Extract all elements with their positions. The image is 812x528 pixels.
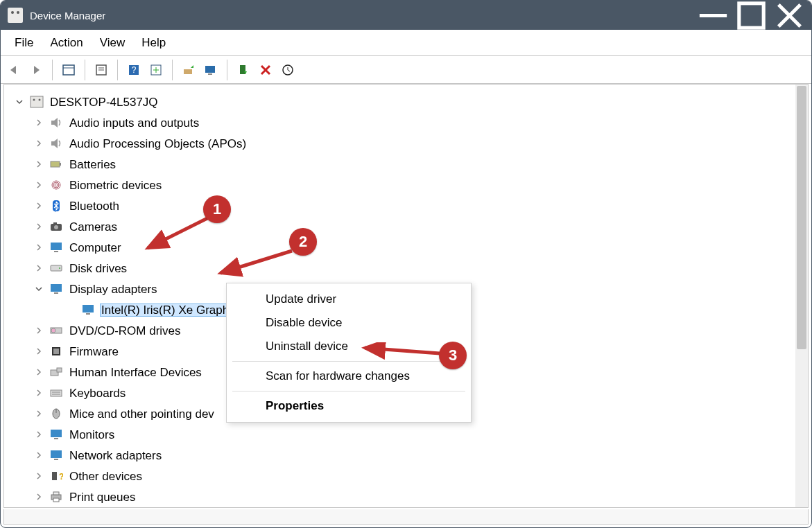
tree-device-label: Intel(R) Iris(R) Xe Graphics: [100, 303, 245, 317]
menu-help[interactable]: Help: [135, 32, 175, 54]
context-disable-device[interactable]: Disable device: [227, 311, 471, 335]
tree-category-label: Disk drives: [68, 262, 128, 275]
tree-category-label: Batteries: [68, 158, 117, 171]
tree-category-label: Monitors: [68, 428, 116, 441]
chevron-right-icon[interactable]: [33, 263, 44, 274]
chevron-right-icon[interactable]: [33, 408, 44, 419]
svg-point-19: [39, 99, 41, 101]
tree-root[interactable]: DESKTOP-4L537JQ: [11, 91, 795, 112]
svg-rect-40: [53, 349, 59, 354]
bluetooth-icon: [49, 199, 64, 213]
chevron-right-icon[interactable]: [33, 179, 44, 191]
chevron-right-icon[interactable]: [33, 346, 44, 357]
svg-text:?: ?: [59, 472, 63, 482]
menubar: File Action View Help: [1, 30, 811, 56]
svg-rect-15: [240, 65, 245, 74]
svg-rect-30: [54, 251, 58, 252]
chevron-down-icon[interactable]: [33, 283, 44, 294]
chevron-right-icon[interactable]: [33, 470, 44, 482]
chevron-right-icon[interactable]: [33, 367, 44, 378]
svg-rect-1: [739, 3, 763, 27]
back-button[interactable]: [3, 60, 24, 80]
context-properties[interactable]: Properties: [227, 394, 471, 418]
tree-category[interactable]: Disk drives: [11, 258, 795, 279]
vertical-scrollbar[interactable]: [795, 85, 808, 507]
menu-view[interactable]: View: [93, 32, 135, 54]
tree-category[interactable]: Biometric devices: [11, 175, 795, 195]
tree-category[interactable]: ?Other devices: [11, 466, 795, 486]
close-button[interactable]: [770, 1, 809, 30]
monitor-icon: [80, 303, 96, 317]
help-button[interactable]: ?: [123, 60, 144, 80]
chevron-right-icon[interactable]: [33, 325, 44, 336]
tree-category-label: Other devices: [68, 470, 144, 483]
chevron-right-icon[interactable]: [33, 159, 44, 170]
svg-rect-49: [54, 438, 58, 439]
tree-category[interactable]: Cameras: [11, 216, 795, 237]
callout-2: 2: [289, 228, 317, 256]
svg-rect-29: [51, 243, 62, 250]
chevron-right-icon[interactable]: [33, 387, 44, 398]
mouse-icon: [49, 407, 64, 421]
tree-category[interactable]: Monitors: [11, 424, 795, 445]
chevron-right-icon[interactable]: [33, 200, 44, 211]
svg-point-38: [51, 328, 55, 333]
chevron-right-icon[interactable]: [33, 138, 44, 149]
tree-category[interactable]: Audio Processing Objects (APOs): [11, 133, 795, 154]
chevron-down-icon[interactable]: [14, 96, 25, 107]
minimize-button[interactable]: [694, 1, 732, 30]
context-scan-hardware[interactable]: Scan for hardware changes: [227, 364, 471, 388]
camera-icon: [49, 220, 64, 234]
tree-category[interactable]: Processors: [11, 507, 795, 508]
svg-rect-55: [53, 492, 59, 495]
context-update-driver[interactable]: Update driver: [227, 288, 471, 311]
properties-button[interactable]: [91, 60, 112, 80]
tree-category-label: Audio Processing Objects (APOs): [68, 137, 248, 150]
monitor-icon: [49, 428, 64, 441]
menu-action[interactable]: Action: [43, 32, 92, 54]
callout-1-arrow: [139, 212, 216, 254]
maximize-button[interactable]: [732, 1, 770, 30]
svg-rect-34: [54, 292, 58, 294]
enable-device-button[interactable]: [233, 60, 254, 80]
tree-category[interactable]: Audio inputs and outputs: [11, 112, 795, 133]
tree-category[interactable]: Network adapters: [11, 445, 795, 466]
svg-rect-33: [51, 284, 62, 292]
chevron-right-icon[interactable]: [33, 242, 44, 253]
titlebar: Device Manager: [1, 1, 811, 30]
chevron-right-icon[interactable]: [33, 491, 44, 502]
scan-hardware-button[interactable]: [277, 60, 298, 80]
chevron-right-icon[interactable]: [33, 221, 44, 232]
chevron-right-icon[interactable]: [33, 450, 44, 461]
svg-rect-50: [51, 450, 62, 458]
tree-category[interactable]: Print queues: [11, 486, 795, 507]
callout-2-arrow: [212, 247, 299, 278]
disable-device-button[interactable]: [200, 60, 221, 80]
tree-category[interactable]: Batteries: [11, 154, 795, 175]
svg-rect-43: [51, 390, 62, 396]
optical-icon: [49, 324, 64, 337]
svg-rect-12: [184, 69, 192, 74]
menu-file[interactable]: File: [8, 32, 43, 54]
chevron-right-icon[interactable]: [33, 429, 44, 440]
tree-category-label: Firmware: [68, 345, 120, 358]
fingerprint-icon: [49, 178, 64, 192]
tree-category-label: Biometric devices: [68, 179, 163, 192]
svg-rect-17: [31, 96, 43, 107]
uninstall-device-button[interactable]: [255, 60, 276, 80]
svg-rect-20: [51, 161, 60, 167]
chevron-right-icon[interactable]: [33, 117, 44, 128]
svg-point-27: [54, 225, 58, 229]
svg-point-18: [33, 99, 35, 101]
svg-rect-48: [51, 430, 62, 437]
tree-category[interactable]: Computer: [11, 237, 795, 258]
forward-button[interactable]: [26, 60, 46, 80]
tree-category-label: DVD/CD-ROM drives: [68, 324, 182, 337]
show-hide-tree-button[interactable]: [58, 60, 79, 80]
tree-category[interactable]: Bluetooth: [11, 195, 795, 216]
app-icon: [8, 8, 23, 23]
scrollbar-thumb[interactable]: [797, 86, 806, 349]
svg-rect-13: [205, 66, 215, 73]
update-driver-button[interactable]: [178, 60, 199, 80]
action-item-button[interactable]: [146, 60, 166, 80]
